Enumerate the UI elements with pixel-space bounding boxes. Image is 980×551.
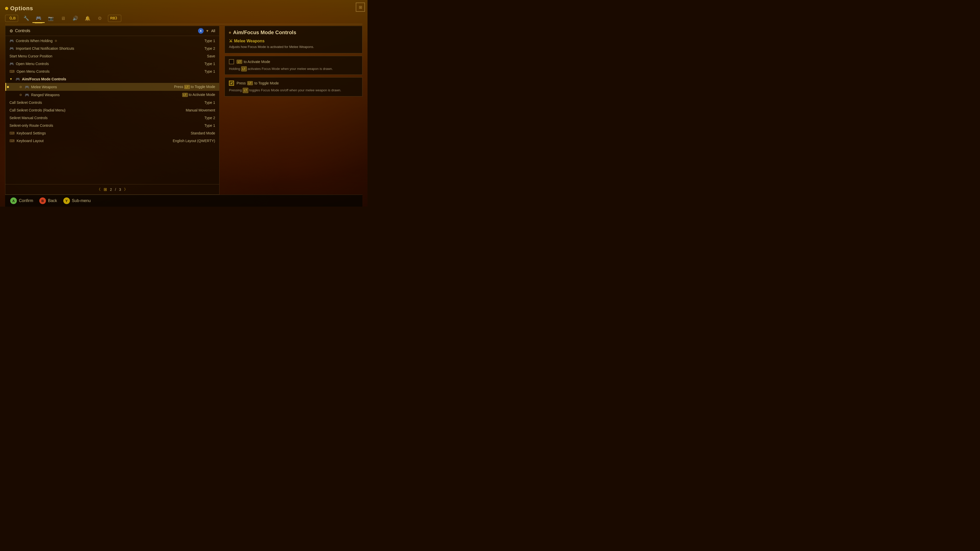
- setting-label: 🎮 Important Chat Notification Shortcuts: [10, 46, 74, 51]
- gamepad-icon: 🎮: [10, 46, 14, 51]
- camera-icon: 📷: [48, 16, 54, 21]
- setting-name: Open Menu Controls: [17, 69, 49, 73]
- setting-value: LT to Activate Mode: [182, 93, 215, 97]
- back-label: Back: [48, 198, 57, 203]
- setting-value: Type 1: [204, 69, 215, 73]
- setting-label: 🎮 Melee Weapons: [18, 85, 57, 89]
- page-icon: ⊞: [103, 187, 107, 192]
- confirm-label: Confirm: [19, 198, 33, 203]
- setting-value: Press LT to Toggle Mode: [174, 85, 215, 89]
- setting-seikret-manual[interactable]: Seikret Manual Controls Type 2: [5, 114, 219, 122]
- tab-system[interactable]: 🔧: [20, 14, 32, 23]
- setting-ranged-weapons[interactable]: 🎮 Ranged Weapons LT to Activate Mode: [5, 91, 219, 99]
- info-card-main: Aim/Focus Mode Controls ⚔ Melee Weapons …: [224, 26, 363, 53]
- setting-melee-weapons[interactable]: 🎮 Melee Weapons Press LT to Toggle Mode: [5, 83, 219, 91]
- right-panel: Aim/Focus Mode Controls ⚔ Melee Weapons …: [224, 26, 363, 195]
- pagination: 《 ⊞ 2 / 3 》: [5, 184, 219, 194]
- x-filter-button[interactable]: X: [198, 28, 204, 34]
- sub-indicator: ⊛: [55, 39, 57, 43]
- options-header: Options: [5, 5, 363, 12]
- option-text: Press LT to Toggle Mode: [237, 81, 279, 85]
- setting-open-menu-gamepad[interactable]: 🎮 Open Menu Controls Type 1: [5, 60, 219, 68]
- setting-name: Open Menu Controls: [16, 62, 49, 66]
- lb-button[interactable]: 《LB: [5, 15, 18, 22]
- setting-name: Start Menu Cursor Position: [10, 54, 52, 58]
- active-indicator: [7, 86, 9, 88]
- rb-button[interactable]: RB》: [108, 15, 121, 22]
- gamepad-icon: 🎮: [25, 85, 29, 89]
- setting-call-seikret-radial[interactable]: Call Seikret Controls (Radial Menu) Manu…: [5, 106, 219, 114]
- weapons-icon: ⚔: [229, 38, 232, 43]
- setting-label: Seikret-only Route Controls: [10, 124, 53, 127]
- setting-controls-holding[interactable]: 🎮 Controls When Holding ⊛ Type 1: [5, 37, 219, 44]
- gamepad-icon: 🎮: [10, 62, 14, 66]
- setting-name: Keyboard Layout: [17, 139, 44, 143]
- content-area: ⚙ Controls X ▼ All 🎮 Controls When Hold: [5, 26, 363, 195]
- setting-chat-shortcuts[interactable]: 🎮 Important Chat Notification Shortcuts …: [5, 44, 219, 52]
- setting-value: English Layout (QWERTY): [173, 139, 215, 143]
- setting-open-menu-keyboard[interactable]: ⌨ Open Menu Controls Type 1: [5, 68, 219, 75]
- setting-label: 🎮 Ranged Weapons: [18, 93, 60, 97]
- monitor-icon: 🖥: [61, 16, 65, 21]
- bell-icon: 🔔: [85, 16, 90, 21]
- option-desc: Holding LT activates Focus Mode when you…: [229, 66, 358, 72]
- expand-dot: [20, 86, 22, 88]
- option-card-hold[interactable]: LT to Activate Mode Holding LT activates…: [224, 56, 363, 75]
- option-card-press[interactable]: Press LT to Toggle Mode Pressing LT togg…: [224, 77, 363, 97]
- bottom-bar: A Confirm B Back Y Sub-menu: [5, 195, 363, 206]
- setting-call-seikret[interactable]: Call Seikret Controls Type 1: [5, 99, 219, 106]
- b-button: B: [39, 197, 46, 204]
- setting-name: Ranged Weapons: [31, 93, 60, 97]
- setting-name: Seikret-only Route Controls: [10, 124, 53, 127]
- setting-value: Manual Movement: [186, 108, 215, 112]
- setting-start-cursor[interactable]: Start Menu Cursor Position Save: [5, 52, 219, 60]
- page-title: Options: [10, 5, 33, 12]
- setting-keyboard-settings[interactable]: ⌨ Keyboard Settings Standard Mode: [5, 129, 219, 137]
- submenu-button[interactable]: Y Sub-menu: [63, 197, 91, 204]
- tab-controls[interactable]: 🎮: [32, 14, 45, 23]
- page-separator: /: [115, 187, 116, 192]
- total-pages: 3: [119, 187, 121, 192]
- filter-area: X ▼ All: [198, 28, 215, 34]
- confirm-button[interactable]: A Confirm: [10, 197, 33, 204]
- tab-display[interactable]: 🖥: [57, 14, 69, 23]
- setting-name: Important Chat Notification Shortcuts: [16, 46, 74, 51]
- checkbox-press[interactable]: [229, 81, 234, 86]
- setting-value: Type 2: [204, 46, 215, 51]
- next-page[interactable]: 》: [124, 187, 127, 192]
- tab-notifications[interactable]: 🔔: [81, 14, 94, 23]
- setting-value: Type 1: [204, 39, 215, 43]
- setting-value: Type 2: [204, 116, 215, 120]
- setting-seikret-route[interactable]: Seikret-only Route Controls Type 1: [5, 122, 219, 129]
- setting-label: ⌨ Open Menu Controls: [10, 69, 49, 73]
- expand-arrow-icon: ▼: [10, 77, 13, 81]
- trigger-icon: LT: [237, 60, 242, 64]
- setting-keyboard-layout[interactable]: ⌨ Keyboard Layout English Layout (QWERTY…: [5, 137, 219, 144]
- setting-label: Call Seikret Controls: [10, 100, 42, 105]
- gamepad-icon: 🎮: [16, 77, 20, 81]
- audio-icon: 🔊: [73, 16, 78, 21]
- setting-value: Standard Mode: [191, 131, 215, 135]
- tab-camera[interactable]: 📷: [45, 14, 57, 23]
- gamepad-icon: 🎮: [25, 93, 29, 97]
- section-dot: [229, 32, 231, 34]
- setting-aim-focus-header[interactable]: ▼ 🎮 Aim/Focus Mode Controls: [5, 75, 219, 83]
- panel-title: ⚙ Controls: [10, 29, 30, 33]
- section-title: Aim/Focus Mode Controls: [229, 30, 358, 35]
- prev-page[interactable]: 《: [97, 187, 100, 192]
- a-button: A: [10, 197, 17, 204]
- back-button[interactable]: B Back: [39, 197, 57, 204]
- option-desc: Pressing LT toggles Focus Mode on/off wh…: [229, 88, 358, 93]
- options-dot: [5, 7, 8, 10]
- controls-label: Controls: [15, 29, 30, 33]
- gamepad-icon: 🎮: [10, 39, 14, 43]
- tab-gameplay[interactable]: ⚙: [94, 14, 106, 23]
- tab-audio[interactable]: 🔊: [69, 14, 81, 23]
- keyboard-icon: ⌨: [10, 139, 14, 143]
- option-label: to Activate Mode: [244, 60, 270, 64]
- setting-name: Seikret Manual Controls: [10, 116, 48, 120]
- checkbox-hold[interactable]: [229, 59, 234, 64]
- submenu-label: Sub-menu: [72, 198, 91, 203]
- press-label: Press: [237, 81, 246, 85]
- toggle-label: to Toggle Mode: [255, 81, 279, 85]
